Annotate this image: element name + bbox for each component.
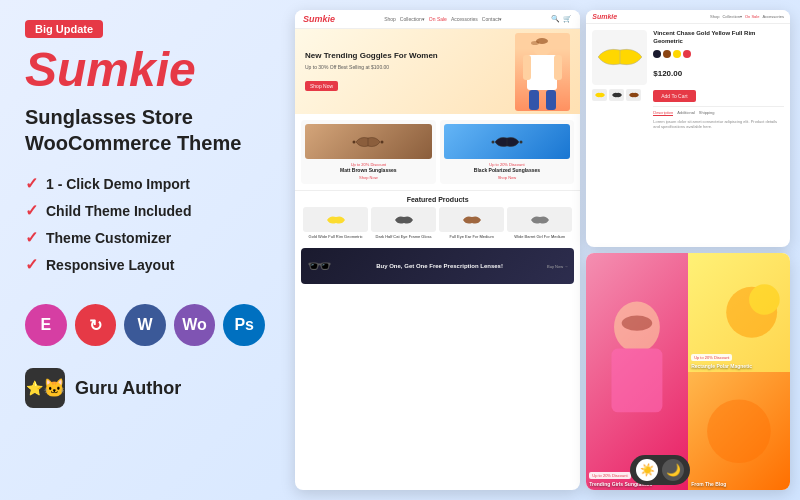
featured-item-3: Full Eye Ear For Medium (439, 207, 504, 239)
featured-item-4: Wide Barret Girl For Medium (507, 207, 572, 239)
elementor-icon: E (25, 304, 67, 346)
product-detail-logo: Sumkie (592, 13, 617, 20)
brand-title: Sumkie (25, 46, 265, 94)
tech-icons: E ↻ W Wo Ps (25, 304, 265, 346)
feature-item-2: ✓ Child Theme Included (25, 201, 265, 220)
dark-mode-toggle[interactable]: ☀️ 🌙 (630, 455, 690, 485)
product-detail-body: Vincent Chase Gold Yellow Full Rim Geome… (586, 24, 790, 243)
lifestyle-label-3: From The Blog (691, 481, 787, 487)
color-swatch-red[interactable] (683, 50, 691, 58)
lifestyle-overlay-2: Up to 20% Discount Rectangle Polar Magne… (691, 345, 787, 369)
featured-grid: Gold Wide Full Rim Geometric Dark Half C… (303, 207, 572, 239)
color-swatch-dark[interactable] (653, 50, 661, 58)
hero-person-image (515, 33, 570, 111)
featured-item-name-2: Dark Half Cat Eye Frame Gloss (371, 234, 436, 239)
product-card-1: Up to 20% Discount Matt Brown Sunglasses… (301, 120, 436, 184)
svg-rect-6 (529, 90, 539, 110)
featured-item-img-2 (371, 207, 436, 232)
svg-point-19 (749, 284, 780, 315)
dark-mode-button[interactable]: 🌙 (662, 459, 684, 481)
main-container: Big Update Sumkie Sunglasses Store WooCo… (0, 0, 800, 500)
product-thumbnails (592, 89, 647, 101)
check-icon-1: ✓ (25, 174, 38, 193)
product-image-2 (444, 124, 571, 159)
promo-banner: 🕶️ Buy One, Get One Free Prescription Le… (301, 248, 574, 284)
hero-title: New Trending Goggles For Women (305, 51, 438, 61)
product-main-image (592, 30, 647, 85)
shop-now-1[interactable]: Shop Now (305, 175, 432, 180)
product-thumb-1[interactable] (592, 89, 607, 101)
color-swatches (653, 50, 784, 58)
wordpress-icon: W (124, 304, 166, 346)
featured-item-1: Gold Wide Full Rim Geometric (303, 207, 368, 239)
hero-subtitle: Up to 30% Off Best Selling at $100.00 (305, 64, 438, 70)
promo-text: Buy One, Get One Free Prescription Lense… (376, 263, 503, 269)
product-detail-info: Vincent Chase Gold Yellow Full Rim Geome… (653, 30, 784, 237)
featured-item-2: Dark Half Cat Eye Frame Gloss (371, 207, 436, 239)
feature-item-1: ✓ 1 - Click Demo Import (25, 174, 265, 193)
hero-cta-button[interactable]: Shop Now (305, 81, 338, 91)
hero-text: New Trending Goggles For Women Up to 30%… (305, 51, 438, 92)
svg-rect-7 (546, 90, 556, 110)
add-to-cart-button[interactable]: Add To Cart (653, 90, 695, 102)
product-name-2: Black Polarized Sunglasses (444, 167, 571, 173)
shop-now-2[interactable]: Shop Now (444, 175, 571, 180)
product-image-1 (305, 124, 432, 159)
svg-rect-1 (527, 55, 557, 90)
product-detail-header: Sumkie Shop Collection▾ On Sale Accessor… (586, 10, 790, 24)
check-icon-2: ✓ (25, 201, 38, 220)
svg-rect-5 (554, 55, 562, 80)
featured-item-name-1: Gold Wide Full Rim Geometric (303, 234, 368, 239)
author-label: Guru Author (75, 378, 181, 399)
lifestyle-overlay-3: From The Blog (691, 481, 787, 487)
mockup-header-icons: 🔍 🛒 (551, 15, 572, 23)
big-update-badge: Big Update (25, 20, 103, 38)
feature-item-4: ✓ Responsive Layout (25, 255, 265, 274)
mockup-product-cards: Up to 20% Discount Matt Brown Sunglasses… (295, 114, 580, 190)
refresh-icon: ↻ (75, 304, 117, 346)
product-detail-nav: Shop Collection▾ On Sale Accessories (710, 14, 784, 19)
svg-point-17 (622, 315, 653, 330)
featured-item-name-3: Full Eye Ear For Medium (439, 234, 504, 239)
mockup-logo: Sumkie (303, 14, 335, 24)
right-mockups: Sumkie Shop Collection▾ On Sale Accessor… (586, 10, 790, 490)
feature-item-3: ✓ Theme Customizer (25, 228, 265, 247)
product-detail-mockup: Sumkie Shop Collection▾ On Sale Accessor… (586, 10, 790, 247)
cart-icon: 🛒 (563, 15, 572, 23)
featured-section: Featured Products Gold Wide Full Rim Geo… (295, 190, 580, 244)
right-panel: Sumkie Shop Collection▾ On Sale Accessor… (290, 0, 800, 500)
tab-additional[interactable]: Additional (677, 110, 695, 116)
photoshop-icon: Ps (223, 304, 265, 346)
lifestyle-col-2: Up to 20% Discount Rectangle Polar Magne… (688, 253, 790, 490)
check-icon-3: ✓ (25, 228, 38, 247)
featured-item-img-1 (303, 207, 368, 232)
features-list: ✓ 1 - Click Demo Import ✓ Child Theme In… (25, 174, 265, 282)
promo-glasses-icon: 🕶️ (307, 254, 332, 278)
featured-item-name-4: Wide Barret Girl For Medium (507, 234, 572, 239)
svg-rect-4 (523, 55, 531, 80)
product-thumb-3[interactable] (626, 89, 641, 101)
svg-rect-16 (612, 349, 663, 413)
main-mockup: Sumkie Shop Collection▾ On Sale Accessor… (295, 10, 580, 490)
featured-title: Featured Products (303, 196, 572, 203)
guru-author: ⭐ 🐱 Guru Author (25, 368, 265, 408)
search-icon: 🔍 (551, 15, 560, 23)
color-swatch-gold[interactable] (673, 50, 681, 58)
price-block: $120.00 (653, 62, 784, 80)
light-mode-button[interactable]: ☀️ (636, 459, 658, 481)
tab-description[interactable]: Description (653, 110, 673, 116)
brand-subtitle: Sunglasses Store WooCommerce Theme (25, 104, 265, 156)
left-panel: Big Update Sumkie Sunglasses Store WooCo… (0, 0, 290, 500)
tab-shipping[interactable]: Shipping (699, 110, 715, 116)
featured-item-img-4 (507, 207, 572, 232)
lifestyle-label-2: Rectangle Polar Magnetic (691, 363, 787, 369)
svg-point-3 (536, 38, 548, 44)
svg-point-13 (519, 140, 522, 143)
product-description-text: Lorem ipsum dolor sit amet consectetur a… (653, 119, 784, 130)
color-swatch-brown[interactable] (663, 50, 671, 58)
lifestyle-grid: Up to 20% Discount Trending Girls Sungla… (586, 253, 790, 490)
product-name-1: Matt Brown Sunglasses (305, 167, 432, 173)
product-tabs: Description Additional Shipping (653, 106, 784, 116)
product-thumb-2[interactable] (609, 89, 624, 101)
guru-icon: ⭐ 🐱 (25, 368, 65, 408)
